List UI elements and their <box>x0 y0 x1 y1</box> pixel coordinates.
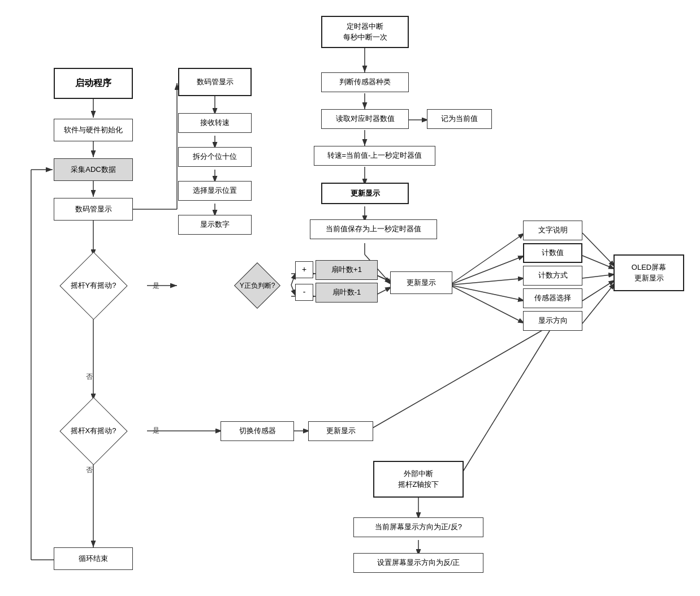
save-current-box: 当前值保存为上一秒定时器值 <box>310 219 437 239</box>
display1-box: 数码管显示 <box>54 198 133 221</box>
split-digit-box: 拆分个位十位 <box>178 147 252 167</box>
count-val-box: 计数值 <box>523 243 582 263</box>
show-digit-box: 显示数字 <box>178 215 252 235</box>
adc-box: 采集ADC数据 <box>54 158 133 181</box>
svg-line-32 <box>368 323 554 431</box>
plus-box: + <box>295 261 313 278</box>
switch-sensor-box: 切换传感器 <box>221 421 294 441</box>
update-disp-title-box: 更新显示 <box>321 183 409 204</box>
svg-line-22 <box>450 285 525 301</box>
minus-box: - <box>295 284 313 301</box>
sensor-select-box: 传感器选择 <box>523 288 582 308</box>
record-current-box: 记为当前值 <box>427 109 492 129</box>
y-judge-diamond: Y正负判断? <box>221 266 294 305</box>
svg-line-27 <box>582 280 615 301</box>
start-box: 启动程序 <box>54 68 133 99</box>
fan-plus-box: 扇叶数+1 <box>316 260 378 280</box>
y-shake-diamond: 摇杆Y有摇动? <box>57 256 130 316</box>
oled-box: OLED屏幕 更新显示 <box>613 254 684 291</box>
no1-label: 否 <box>86 372 93 382</box>
check-dir-box: 当前屏幕显示方向为正/反? <box>353 517 483 537</box>
yes1-label: 是 <box>153 281 159 291</box>
svg-line-28 <box>582 283 615 323</box>
select-pos-box: 选择显示位置 <box>178 181 252 201</box>
svg-line-25 <box>582 256 615 269</box>
update-display2-box: 更新显示 <box>308 421 373 441</box>
digit-display-box: 数码管显示 <box>178 68 252 96</box>
loop-end-box: 循环结束 <box>54 547 133 570</box>
flowchart: 启动程序 软件与硬件初始化 采集ADC数据 数码管显示 摇杆Y有摇动? 是 摇杆… <box>0 0 700 596</box>
yes2-label: 是 <box>153 426 159 435</box>
init-box: 软件与硬件初始化 <box>54 119 133 141</box>
svg-line-20 <box>450 256 525 285</box>
svg-line-21 <box>450 278 525 285</box>
disp-dir-box: 显示方向 <box>523 311 582 331</box>
x-shake-diamond: 摇杆X有摇动? <box>57 401 130 461</box>
svg-line-47 <box>461 323 554 475</box>
text-desc-box: 文字说明 <box>523 221 582 240</box>
judge-sensor-box: 判断传感器种类 <box>321 72 409 92</box>
set-dir-box: 设置屏幕显示方向为反/正 <box>353 553 483 573</box>
calc-speed-box: 转速=当前值-上一秒定时器值 <box>314 146 435 166</box>
read-timer-box: 读取对应时器数值 <box>321 109 409 129</box>
svg-line-23 <box>450 285 525 323</box>
timer-int-box: 定时器中断 每秒中断一次 <box>321 16 409 48</box>
svg-line-19 <box>450 233 525 285</box>
fan-minus-box: 扇叶数-1 <box>316 283 378 303</box>
ext-int-box: 外部中断 摇杆Z轴按下 <box>373 461 464 498</box>
svg-line-24 <box>582 233 615 267</box>
recv-speed-box: 接收转速 <box>178 113 252 133</box>
svg-line-26 <box>582 274 615 278</box>
count-mode-box: 计数方式 <box>523 266 582 286</box>
update-display1-box: 更新显示 <box>390 271 452 294</box>
no2-label: 否 <box>86 465 93 475</box>
